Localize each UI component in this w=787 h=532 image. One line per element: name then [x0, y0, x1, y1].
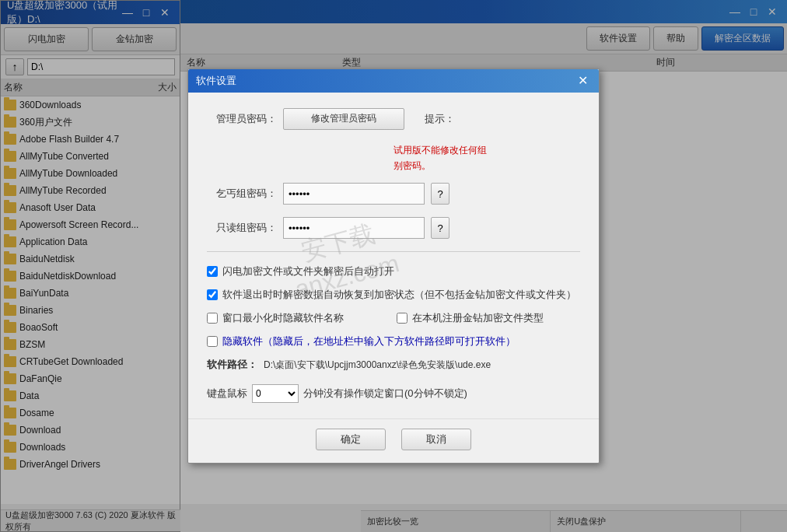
dialog-title-text: 软件设置	[196, 74, 574, 88]
keyboard-suffix: 分钟没有操作锁定窗口(0分钟不锁定)	[303, 387, 467, 401]
two-col-checkbox-row: 窗口最小化时隐藏软件名称 在本机注册金钻加密文件类型	[207, 311, 580, 325]
checkbox-row-2: 软件退出时时解密数据自动恢复到加密状态（但不包括金钻加密文件或文件夹）	[207, 288, 580, 302]
auto-reencrypt-label: 软件退出时时解密数据自动恢复到加密状态（但不包括金钻加密文件或文件夹）	[222, 288, 576, 302]
group-pwd-input[interactable]	[283, 183, 425, 205]
dialog-body: 管理员密码： 修改管理员密码 提示： 试用版不能修改任何组别密码。 乞丐组密码：…	[188, 93, 599, 419]
cancel-button[interactable]: 取消	[401, 429, 471, 450]
checkbox-row-5: 隐藏软件（隐藏后，在地址栏中输入下方软件路径即可打开软件）	[207, 334, 580, 348]
dialog-title-bar: 软件设置 ✕	[188, 69, 599, 93]
register-type-label: 在本机注册金钻加密文件类型	[412, 311, 544, 325]
auto-open-checkbox[interactable]	[207, 266, 218, 277]
hint-text: 试用版不能修改任何组别密码。	[394, 142, 572, 174]
group-pwd-help-button[interactable]: ?	[431, 183, 449, 205]
hint-area: 试用版不能修改任何组别密码。	[207, 142, 580, 174]
checkbox-row-4: 在本机注册金钻加密文件类型	[397, 311, 580, 325]
path-row: 软件路径： D:\桌面\安下载\Upcjjm3000anxz\绿色免安装版\ud…	[207, 358, 580, 372]
admin-pwd-label: 管理员密码：	[207, 112, 277, 126]
keyboard-label: 键盘鼠标	[207, 387, 247, 401]
hide-software-checkbox[interactable]	[207, 336, 218, 347]
keyboard-row: 键盘鼠标 0 1 2 3 5 10 分钟没有操作锁定窗口(0分钟不锁定)	[207, 384, 580, 403]
hint-label-inline: 提示：	[425, 112, 455, 126]
group-pwd-label: 乞丐组密码：	[207, 187, 277, 201]
checkbox-row-3: 窗口最小化时隐藏软件名称	[207, 311, 390, 325]
path-value: D:\桌面\安下载\Upcjjm3000anxz\绿色免安装版\ude.exe	[264, 359, 491, 372]
dialog-close-button[interactable]: ✕	[574, 73, 591, 89]
dialog-overlay: 软件设置 ✕ 管理员密码： 修改管理员密码 提示： 试用版不能修改任何组别密码。…	[0, 0, 787, 532]
readonly-pwd-label: 只读组密码：	[207, 221, 277, 235]
readonly-pwd-input[interactable]	[283, 217, 425, 239]
path-label: 软件路径：	[207, 358, 257, 372]
modify-admin-pwd-button[interactable]: 修改管理员密码	[283, 108, 404, 130]
dialog-footer: 确定 取消	[188, 418, 599, 463]
readonly-pwd-row: 只读组密码： ?	[207, 217, 580, 239]
keyboard-select[interactable]: 0 1 2 3 5 10	[252, 384, 299, 403]
admin-pwd-row: 管理员密码： 修改管理员密码 提示：	[207, 108, 580, 130]
auto-open-label: 闪电加密文件或文件夹解密后自动打开	[222, 264, 394, 278]
settings-dialog: 软件设置 ✕ 管理员密码： 修改管理员密码 提示： 试用版不能修改任何组别密码。…	[187, 68, 600, 464]
checkbox-row-1: 闪电加密文件或文件夹解密后自动打开	[207, 264, 580, 278]
hide-software-label: 隐藏软件（隐藏后，在地址栏中输入下方软件路径即可打开软件）	[222, 334, 516, 348]
confirm-button[interactable]: 确定	[316, 429, 386, 450]
group-pwd-row: 乞丐组密码： ?	[207, 183, 580, 205]
hide-name-label: 窗口最小化时隐藏软件名称	[222, 311, 344, 325]
hide-name-checkbox[interactable]	[207, 313, 218, 324]
auto-reencrypt-checkbox[interactable]	[207, 289, 218, 300]
readonly-pwd-help-button[interactable]: ?	[431, 217, 449, 239]
register-type-checkbox[interactable]	[397, 313, 407, 324]
divider-1	[207, 251, 580, 252]
